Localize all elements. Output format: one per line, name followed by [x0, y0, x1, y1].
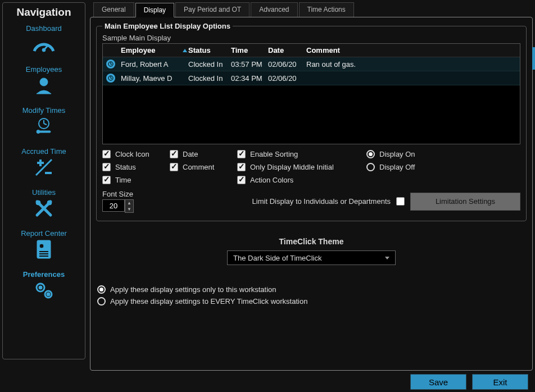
check-only-middle-initial[interactable]: Only Display Middle Initial [237, 163, 366, 171]
person-icon [31, 75, 57, 96]
employee-table: Employee Status Time Date Comment Ford, … [102, 43, 520, 144]
right-edge-accent [532, 47, 535, 70]
spin-up-button[interactable]: ▲ [125, 200, 133, 206]
font-size-input[interactable] [102, 199, 125, 212]
sidebar-item-label: Preferences [23, 270, 65, 279]
tab-advanced[interactable]: Advanced [251, 2, 297, 17]
radio-apply-every-workstation[interactable]: Apply these display settings to EVERY Ti… [97, 297, 527, 306]
plus-minus-icon [31, 157, 57, 178]
svg-point-17 [39, 244, 44, 248]
display-panel: Main Employee List Display Options Sampl… [90, 17, 533, 371]
gauge-icon [31, 34, 57, 55]
sidebar-item-dashboard[interactable]: Dashboard [26, 23, 62, 60]
sidebar-item-label: Employees [26, 65, 62, 74]
table-header[interactable]: Employee Status Time Date Comment [103, 44, 520, 57]
clock-icon [106, 60, 115, 69]
sidebar-item-label: Dashboard [26, 24, 62, 33]
gears-icon [31, 280, 57, 301]
svg-point-15 [47, 200, 52, 205]
main-employee-list-group: Main Employee List Display Options Sampl… [96, 22, 527, 221]
chevron-down-icon [385, 257, 389, 259]
sidebar-item-preferences[interactable]: Preferences [23, 269, 65, 306]
svg-point-2 [40, 78, 48, 86]
radio-display-on[interactable]: Display On [366, 150, 468, 158]
clock-wrench-icon [31, 116, 57, 137]
col-time[interactable]: Time [231, 46, 268, 54]
svg-point-22 [39, 286, 42, 289]
sidebar-item-report-center[interactable]: Report Center [21, 228, 67, 265]
display-options-grid: Clock Icon Date Enable Sorting Display O… [102, 150, 520, 184]
sidebar-item-employees[interactable]: Employees [26, 64, 62, 101]
sort-asc-icon [183, 49, 187, 52]
tab-display[interactable]: Display [135, 3, 174, 17]
spin-down-button[interactable]: ▼ [125, 206, 133, 212]
svg-line-30 [111, 78, 112, 79]
sidebar-item-accrued-time[interactable]: Accrued Time [21, 146, 66, 183]
tab-bar: General Display Pay Period and OT Advanc… [90, 2, 533, 17]
sidebar-item-label: Report Center [21, 229, 67, 238]
svg-line-5 [44, 124, 47, 125]
check-action-colors[interactable]: Action Colors [237, 176, 366, 184]
nav-title: Navigation [16, 6, 71, 19]
limit-label: Limit Display to Individuals or Departme… [252, 197, 391, 206]
main-area: General Display Pay Period and OT Advanc… [90, 2, 533, 390]
limitation-settings-button[interactable]: Limitation Settings [410, 193, 520, 211]
col-status[interactable]: Status [188, 46, 231, 54]
check-limit-display[interactable] [396, 197, 405, 206]
col-employee[interactable]: Employee [121, 46, 183, 54]
svg-point-24 [47, 293, 49, 295]
group-legend: Main Employee List Display Options [102, 22, 233, 30]
tab-pay-period[interactable]: Pay Period and OT [175, 2, 250, 17]
sidebar: Navigation Dashboard Employees Modify Ti… [2, 2, 85, 359]
tab-time-actions[interactable]: Time Actions [299, 2, 354, 17]
col-comment[interactable]: Comment [306, 46, 516, 54]
font-size-label: Font Size [102, 190, 134, 198]
theme-value: The Dark Side of TimeClick [233, 254, 322, 262]
table-row[interactable]: Ford, Robert A Clocked In 03:57 PM 02/06… [103, 57, 520, 71]
col-date[interactable]: Date [268, 46, 306, 54]
bottom-bar: Save Exit [90, 371, 533, 390]
check-clock-icon[interactable]: Clock Icon [102, 150, 170, 158]
sidebar-item-label: Accrued Time [21, 147, 66, 156]
theme-label: TimeClick Theme [96, 237, 527, 246]
tools-icon [31, 198, 57, 219]
check-comment[interactable]: Comment [170, 163, 237, 171]
clock-icon [106, 74, 115, 83]
check-enable-sorting[interactable]: Enable Sorting [237, 150, 366, 158]
theme-select[interactable]: The Dark Side of TimeClick [227, 250, 396, 265]
sidebar-item-utilities[interactable]: Utilities [31, 187, 57, 224]
sample-caption: Sample Main Display [102, 34, 520, 42]
radio-display-off[interactable]: Display Off [366, 163, 468, 171]
sidebar-item-modify-times[interactable]: Modify Times [22, 105, 66, 142]
tab-general[interactable]: General [93, 2, 134, 17]
svg-line-27 [111, 64, 112, 65]
table-row[interactable]: Millay, Maeve D Clocked In 02:34 PM 02/0… [103, 71, 520, 85]
check-status[interactable]: Status [102, 163, 170, 171]
sidebar-item-label: Utilities [32, 188, 56, 197]
save-button[interactable]: Save [410, 374, 466, 390]
sidebar-item-label: Modify Times [22, 106, 66, 115]
svg-point-7 [37, 130, 40, 134]
radio-apply-this-workstation[interactable]: Apply these display settings only to thi… [97, 285, 527, 294]
svg-point-14 [36, 200, 40, 205]
check-date[interactable]: Date [170, 150, 237, 158]
exit-button[interactable]: Exit [472, 374, 528, 390]
font-size-stepper[interactable]: ▲ ▼ [102, 199, 134, 213]
report-icon [31, 239, 57, 260]
check-time[interactable]: Time [102, 176, 170, 184]
